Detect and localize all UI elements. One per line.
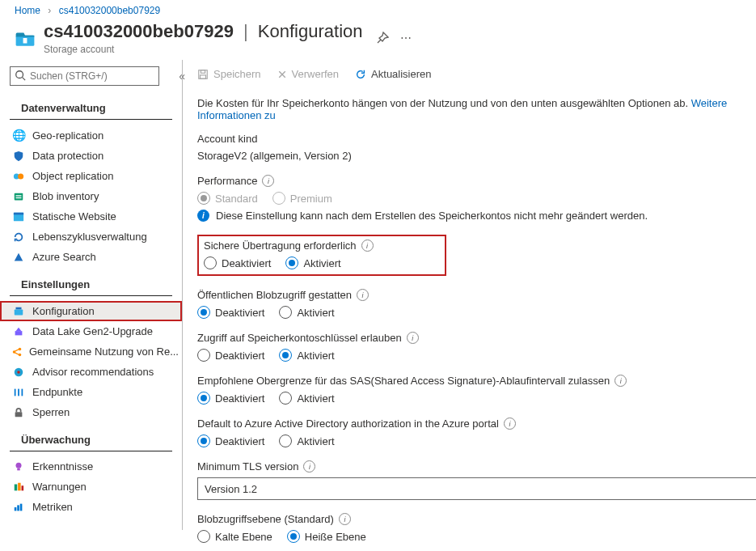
- radio-label: Deaktiviert: [222, 257, 271, 269]
- sidebar-item-label: Azure Search: [32, 251, 96, 263]
- secure-transfer-label: Sichere Übertragung erforderlich: [204, 239, 357, 252]
- tool-label: Aktualisieren: [371, 68, 431, 80]
- refresh-icon: [355, 69, 366, 80]
- note-text: Diese Einstellung kann nach dem Erstelle…: [216, 210, 648, 222]
- breadcrumb-resource[interactable]: cs410032000beb07929: [59, 5, 160, 16]
- sidebar-item-insights[interactable]: Erkenntnisse: [0, 456, 182, 477]
- svg-rect-6: [16, 195, 22, 196]
- svg-rect-13: [15, 331, 23, 335]
- breadcrumb-home[interactable]: Home: [15, 5, 40, 16]
- radio-public-blob-off[interactable]: Deaktiviert: [197, 306, 264, 319]
- radio-tier-hot[interactable]: Heiße Ebene: [287, 530, 366, 543]
- sidebar: « Datenverwaltung 🌐Geo-replication Data …: [0, 60, 183, 530]
- radio-aad-on[interactable]: Aktiviert: [279, 434, 334, 447]
- svg-point-24: [16, 462, 22, 468]
- info-icon[interactable]: i: [303, 460, 315, 473]
- cycle-icon: [11, 231, 26, 243]
- radio-performance-premium: Premium: [272, 192, 332, 205]
- radio-label: Standard: [215, 193, 258, 205]
- search-input[interactable]: [10, 66, 159, 86]
- svg-rect-33: [201, 70, 205, 73]
- sidebar-item-resource-sharing[interactable]: Gemeinsame Nutzung von Re...: [0, 341, 182, 362]
- search-icon: [15, 70, 26, 81]
- azure-search-icon: [11, 252, 26, 263]
- radio-public-blob-on[interactable]: Aktiviert: [279, 306, 334, 319]
- key-access-section: Zugriff auf Speicherkontoschlüssel erlau…: [197, 332, 756, 362]
- sidebar-item-advisor[interactable]: Advisor recommendations: [0, 362, 182, 382]
- radio-label: Premium: [290, 193, 332, 205]
- radio-label: Deaktiviert: [215, 435, 264, 447]
- radio-secure-transfer-on[interactable]: Aktiviert: [285, 256, 340, 269]
- secure-transfer-highlight: Sichere Übertragung erforderlichi Deakti…: [197, 235, 446, 276]
- toolbar: Speichern Verwerfen Aktualisieren: [197, 66, 756, 89]
- info-icon[interactable]: i: [339, 513, 351, 525]
- lock-icon: [11, 407, 26, 418]
- sidebar-item-endpoints[interactable]: Endpunkte: [0, 382, 182, 402]
- endpoints-icon: [11, 387, 26, 398]
- radio-tier-cool[interactable]: Kalte Ebene: [197, 530, 272, 543]
- svg-rect-9: [14, 212, 23, 214]
- svg-rect-30: [17, 505, 19, 511]
- pin-icon[interactable]: [376, 32, 389, 45]
- sidebar-item-geo-replication[interactable]: 🌐Geo-replication: [0, 125, 182, 146]
- secure-transfer-section: Sichere Übertragung erforderlichi Deakti…: [197, 235, 756, 276]
- sidebar-item-metrics[interactable]: Metriken: [0, 497, 182, 517]
- sidebar-item-data-protection[interactable]: Data protection: [0, 146, 182, 166]
- replication-icon: [11, 171, 26, 182]
- sidebar-item-object-replication[interactable]: Object replication: [0, 166, 182, 186]
- aad-default-section: Default to Azure Active Directory author…: [197, 417, 756, 447]
- sidebar-item-label: Object replication: [32, 170, 113, 182]
- info-icon[interactable]: i: [615, 375, 627, 387]
- sidebar-item-gen2-upgrade[interactable]: Data Lake Gen2-Upgrade: [0, 321, 182, 341]
- configuration-icon: [11, 306, 26, 317]
- radio-label: Deaktiviert: [215, 350, 264, 362]
- access-tier-label: Blobzugriffsebene (Standard): [197, 513, 334, 525]
- sidebar-item-label: Data Lake Gen2-Upgrade: [32, 325, 153, 337]
- radio-key-access-on[interactable]: Aktiviert: [279, 349, 334, 362]
- breadcrumb-separator: ›: [48, 5, 51, 16]
- group-data-management: Datenverwaltung: [10, 91, 172, 120]
- radio-label: Aktiviert: [297, 435, 334, 447]
- tls-label: Minimum TLS version: [197, 460, 298, 473]
- more-icon[interactable]: ⋯: [400, 32, 412, 45]
- sidebar-item-locks[interactable]: Sperren: [0, 402, 182, 422]
- radio-sas-limit-on[interactable]: Aktiviert: [279, 392, 334, 405]
- sidebar-item-label: Metriken: [32, 501, 73, 513]
- info-icon[interactable]: i: [357, 289, 369, 301]
- radio-sas-limit-off[interactable]: Deaktiviert: [197, 392, 264, 405]
- performance-section: Performancei Standard Premium iDiese Ein…: [197, 175, 756, 222]
- sidebar-item-lifecycle[interactable]: Lebenszyklusverwaltung: [0, 227, 182, 247]
- discard-button[interactable]: Verwerfen: [277, 68, 340, 80]
- sidebar-item-label: Gemeinsame Nutzung von Re...: [29, 345, 179, 358]
- sidebar-item-alerts[interactable]: Warnungen: [0, 477, 182, 497]
- radio-label: Aktiviert: [297, 392, 334, 405]
- info-icon[interactable]: i: [361, 239, 374, 252]
- collapse-sidebar-icon[interactable]: «: [179, 70, 185, 83]
- tls-select[interactable]: Version 1.2: [197, 477, 756, 500]
- radio-aad-off[interactable]: Deaktiviert: [197, 434, 264, 447]
- svg-rect-1: [23, 38, 27, 44]
- refresh-button[interactable]: Aktualisieren: [355, 68, 431, 80]
- page-header: cs410032000beb07929 | Konfiguration Stor…: [0, 18, 756, 60]
- radio-key-access-off[interactable]: Deaktiviert: [197, 349, 264, 362]
- sidebar-item-azure-search[interactable]: Azure Search: [0, 247, 182, 267]
- sidebar-item-label: Konfiguration: [32, 305, 95, 317]
- svg-rect-20: [15, 388, 16, 396]
- key-access-label: Zugriff auf Speicherkontoschlüssel erlau…: [197, 332, 402, 344]
- save-button[interactable]: Speichern: [197, 68, 261, 80]
- sidebar-item-label: Statische Website: [32, 210, 116, 223]
- info-icon[interactable]: i: [262, 175, 274, 187]
- sidebar-item-static-website[interactable]: Statische Website: [0, 206, 182, 227]
- radio-secure-transfer-off[interactable]: Deaktiviert: [204, 256, 271, 269]
- group-monitoring: Überwachung: [10, 422, 172, 451]
- sidebar-item-label: Sperren: [32, 406, 70, 418]
- info-icon[interactable]: i: [407, 332, 419, 344]
- svg-rect-11: [15, 309, 23, 315]
- info-icon[interactable]: i: [504, 417, 516, 430]
- sidebar-item-blob-inventory[interactable]: Blob inventory: [0, 186, 182, 206]
- page-title: cs410032000beb07929 | Konfiguration: [44, 21, 363, 42]
- sharing-icon: [11, 346, 23, 358]
- sidebar-item-label: Geo-replication: [32, 129, 103, 142]
- sidebar-item-configuration[interactable]: Konfiguration: [0, 301, 182, 321]
- intro-text: Die Kosten für Ihr Speicherkonto hängen …: [197, 97, 756, 121]
